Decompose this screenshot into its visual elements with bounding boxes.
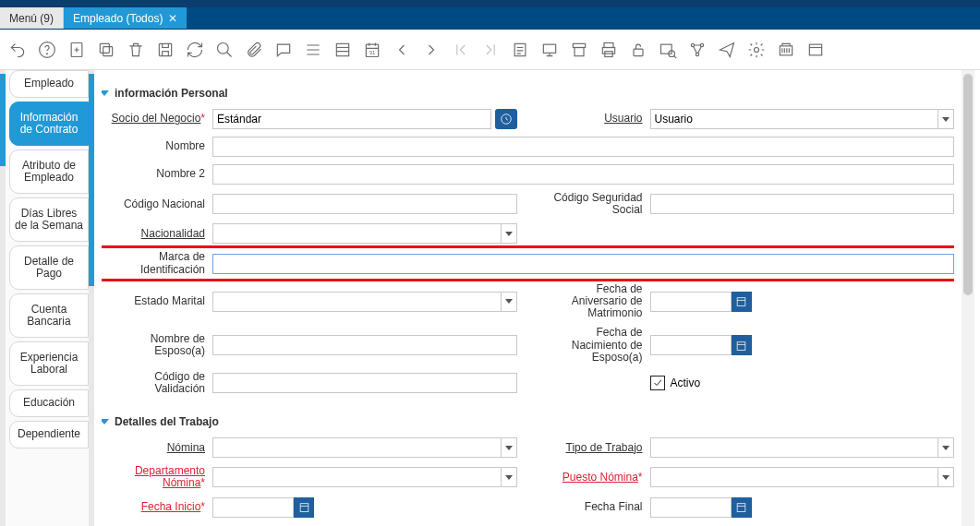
body: Empleado Información de Contrato Atribut…: [0, 70, 980, 526]
new-icon[interactable]: [67, 40, 87, 60]
chevron-down-icon[interactable]: [501, 223, 517, 244]
sidebar-item-cuenta-bancaria[interactable]: Cuenta Bancaria: [9, 293, 89, 338]
calendar-icon[interactable]: [732, 335, 752, 355]
sidebar-item-label: Dependiente: [18, 428, 80, 440]
close-icon[interactable]: ✕: [168, 12, 177, 25]
send-icon[interactable]: [717, 40, 737, 60]
form: información Personal Socio del Negocio* …: [102, 70, 954, 526]
label-socio: Socio del Negocio*: [102, 113, 212, 125]
right-scrollbar[interactable]: [962, 70, 974, 526]
gear-icon[interactable]: [746, 40, 767, 60]
label-dep-nomina: Departamento Nómina*: [102, 465, 212, 489]
zoom-icon[interactable]: [658, 40, 678, 60]
marca-id-input[interactable]: [212, 254, 954, 274]
tipo-trabajo-input[interactable]: [650, 437, 955, 458]
save-icon[interactable]: [155, 40, 175, 60]
help-icon[interactable]: [37, 40, 57, 60]
tab-empleado[interactable]: Empleado (Todos) ✕: [64, 7, 187, 29]
calendar-icon[interactable]: [732, 292, 752, 312]
label-esposo: Nombre de Esposo(a): [102, 333, 212, 357]
codigo-ss-input[interactable]: [650, 194, 955, 214]
sidebar-item-informacion-contrato[interactable]: Información de Contrato: [9, 102, 89, 146]
socio-input[interactable]: [212, 109, 491, 129]
product-icon[interactable]: [776, 40, 796, 60]
sidebar-item-atributo-empleado[interactable]: Atributo de Empleado: [9, 149, 89, 194]
socio-lookup-icon[interactable]: [495, 109, 517, 129]
undo-icon[interactable]: [7, 40, 28, 60]
sidebar-item-detalle-pago[interactable]: Detalle de Pago: [9, 245, 89, 290]
search-icon[interactable]: [214, 40, 235, 60]
collapse-icon: [102, 90, 109, 96]
chevron-down-icon[interactable]: [501, 467, 517, 487]
codigo-val-input[interactable]: [212, 373, 517, 393]
label-marca-id: Marca de Identificación: [102, 251, 212, 275]
next-icon[interactable]: [421, 40, 442, 60]
estado-marital-input[interactable]: [212, 292, 517, 312]
label-estado-marital: Estado Marital: [102, 295, 212, 307]
nombre-input[interactable]: [212, 137, 954, 157]
chevron-down-icon[interactable]: [501, 292, 517, 312]
sidebar-item-educacion[interactable]: Educación: [9, 389, 89, 417]
fecha-final-input[interactable]: [650, 497, 732, 518]
aniversario-input[interactable]: [650, 292, 732, 312]
codigo-nacional-input[interactable]: [212, 194, 517, 214]
svg-rect-27: [737, 298, 745, 306]
lock-icon[interactable]: [628, 40, 648, 60]
sidebar-item-label: Experiencia Laboral: [14, 352, 84, 376]
workflow-icon[interactable]: [687, 40, 708, 60]
prev-icon[interactable]: [392, 40, 412, 60]
label-nac-esposo: Fecha de Nacimiento de Esposo(a): [539, 327, 650, 364]
nombre2-input[interactable]: [212, 164, 954, 185]
activo-checkbox[interactable]: Activo: [650, 376, 701, 390]
usuario-input[interactable]: [650, 109, 955, 129]
fecha-inicio-input[interactable]: [212, 497, 294, 518]
sidebar-item-empleado[interactable]: Empleado: [9, 70, 89, 98]
refresh-icon[interactable]: [185, 40, 205, 60]
svg-text:31: 31: [369, 50, 375, 55]
label-tipo-trabajo: Tipo de Trabajo: [539, 442, 650, 454]
copy-icon[interactable]: [96, 40, 116, 60]
present-icon[interactable]: [539, 40, 560, 60]
section-trabajo[interactable]: Detalles del Trabajo: [102, 415, 954, 428]
nac-esposo-input[interactable]: [650, 335, 732, 355]
nomina-input[interactable]: [212, 437, 517, 458]
chevron-down-icon[interactable]: [938, 109, 954, 129]
label-fecha-final: Fecha Final: [539, 501, 650, 513]
delete-icon[interactable]: [126, 40, 146, 60]
dep-nomina-input[interactable]: [212, 467, 517, 487]
first-icon[interactable]: [451, 40, 471, 60]
chevron-down-icon[interactable]: [938, 467, 954, 487]
label-fecha-inicio: Fecha Inicio*: [102, 501, 212, 513]
svg-rect-7: [336, 43, 348, 55]
nacionalidad-input[interactable]: [212, 223, 517, 244]
svg-rect-12: [573, 43, 585, 47]
window-icon[interactable]: [805, 40, 826, 60]
sidebar-item-experiencia-laboral[interactable]: Experiencia Laboral: [9, 341, 89, 386]
chevron-down-icon[interactable]: [938, 437, 954, 458]
calendar-icon[interactable]: [294, 497, 314, 518]
form-icon[interactable]: [333, 40, 353, 60]
report-icon[interactable]: [510, 40, 530, 60]
svg-rect-29: [300, 504, 309, 512]
sidebar-item-dependiente[interactable]: Dependiente: [9, 421, 89, 448]
tab-menu[interactable]: Menú (9): [0, 7, 64, 29]
attach-icon[interactable]: [244, 40, 264, 60]
last-icon[interactable]: [480, 40, 501, 60]
calendar-icon[interactable]: 31: [362, 40, 382, 60]
archive-icon[interactable]: [569, 40, 589, 60]
list-icon[interactable]: [303, 40, 323, 60]
svg-point-6: [218, 42, 229, 54]
svg-rect-13: [575, 47, 584, 55]
svg-point-1: [47, 53, 48, 54]
chevron-down-icon[interactable]: [501, 437, 517, 458]
section-personal[interactable]: información Personal: [102, 87, 954, 100]
chat-icon[interactable]: [273, 40, 294, 60]
print-icon[interactable]: [599, 40, 619, 60]
label-codigo-nacional: Código Nacional: [102, 198, 212, 210]
svg-rect-5: [159, 43, 171, 55]
puesto-nomina-input[interactable]: [650, 467, 955, 487]
content-scrollbar[interactable]: [89, 70, 94, 526]
sidebar-item-dias-libres[interactable]: Días Libres de la Semana: [9, 197, 89, 242]
calendar-icon[interactable]: [732, 497, 752, 518]
esposo-input[interactable]: [212, 335, 517, 355]
